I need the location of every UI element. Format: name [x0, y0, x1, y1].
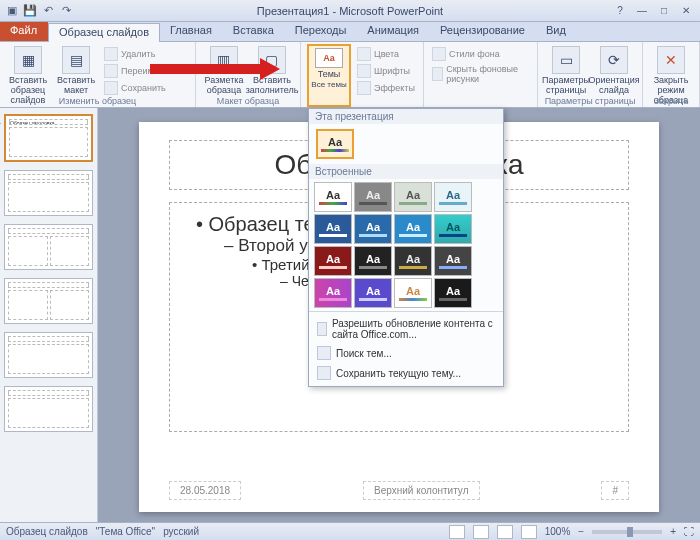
rename-button[interactable]: Переименовать	[102, 63, 189, 79]
status-language[interactable]: русский	[163, 526, 199, 537]
effects-icon	[357, 81, 371, 95]
ribbon: ▦Вставить образец слайдов ▤Вставить маке…	[0, 42, 700, 108]
theme-option[interactable]: Aa	[314, 246, 352, 276]
close-master-icon: ✕	[657, 46, 685, 74]
tab-animation[interactable]: Анимация	[357, 22, 430, 41]
zoom-in-button[interactable]: +	[670, 526, 676, 537]
group-label: Изменить образец	[59, 96, 136, 106]
save-current-theme-item[interactable]: Сохранить текущую тему...	[309, 363, 503, 383]
status-view-mode: Образец слайдов	[6, 526, 88, 537]
group-page-setup: ▭Параметры страницы ⟳Ориентация слайда П…	[538, 42, 643, 107]
tab-review[interactable]: Рецензирование	[430, 22, 536, 41]
save-icon	[317, 366, 331, 380]
sorter-view-button[interactable]	[473, 525, 489, 539]
insert-slide-master-button[interactable]: ▦Вставить образец слайдов	[6, 44, 50, 107]
theme-option[interactable]: Aa	[314, 182, 352, 212]
tab-view[interactable]: Вид	[536, 22, 577, 41]
layout-thumbnail[interactable]	[4, 386, 93, 432]
colors-button[interactable]: Цвета	[355, 46, 417, 62]
rename-icon	[104, 64, 118, 78]
delete-button[interactable]: Удалить	[102, 46, 189, 62]
checkbox-icon	[432, 67, 443, 81]
window-title: Презентация1 - Microsoft PowerPoint	[257, 5, 443, 17]
browse-themes-item[interactable]: Поиск тем...	[309, 343, 503, 363]
fit-to-window-button[interactable]: ⛶	[684, 526, 694, 537]
minimize-icon[interactable]: —	[632, 4, 652, 18]
status-theme: "Тема Office"	[96, 526, 155, 537]
delete-icon	[104, 47, 118, 61]
app-name: Microsoft PowerPoint	[339, 5, 443, 17]
theme-option[interactable]: Aa	[354, 182, 392, 212]
save-icon[interactable]: 💾	[22, 3, 38, 19]
theme-option[interactable]: Aa	[434, 246, 472, 276]
section-this-presentation: Эта презентация	[309, 109, 503, 124]
page-number-placeholder[interactable]: #	[601, 481, 629, 500]
tab-transitions[interactable]: Переходы	[285, 22, 358, 41]
hide-bg-checkbox[interactable]: Скрыть фоновые рисунки	[430, 63, 531, 85]
layout-thumbnail[interactable]	[4, 278, 93, 324]
undo-icon[interactable]: ↶	[40, 3, 56, 19]
effects-button[interactable]: Эффекты	[355, 80, 417, 96]
preserve-icon	[104, 81, 118, 95]
zoom-level[interactable]: 100%	[545, 526, 571, 537]
tab-insert[interactable]: Вставка	[223, 22, 285, 41]
redo-icon[interactable]: ↷	[58, 3, 74, 19]
placeholder-icon: ▢	[258, 46, 286, 74]
web-icon	[317, 322, 327, 336]
theme-option[interactable]: Aa	[314, 278, 352, 308]
footer-placeholder[interactable]: Верхний колонтитул	[363, 481, 480, 500]
reading-view-button[interactable]	[497, 525, 513, 539]
zoom-slider[interactable]	[592, 530, 662, 534]
theme-option[interactable]: Aa	[354, 246, 392, 276]
themes-menu: Разрешить обновление контента с сайта Of…	[309, 311, 503, 386]
zoom-out-button[interactable]: −	[578, 526, 584, 537]
theme-option[interactable]: Aa	[316, 129, 354, 159]
theme-option[interactable]: Aa	[314, 214, 352, 244]
quick-access-toolbar: ▣ 💾 ↶ ↷	[4, 3, 74, 19]
thumbnail-panel[interactable]: 1Образец заголовка	[0, 108, 98, 522]
theme-option[interactable]: Aa	[434, 182, 472, 212]
tab-home[interactable]: Главная	[160, 22, 223, 41]
group-master-layout: ▥Разметка образца ▢Вставить заполнитель …	[196, 42, 301, 107]
title-bar: ▣ 💾 ↶ ↷ Презентация1 - Microsoft PowerPo…	[0, 0, 700, 22]
tab-file[interactable]: Файл	[0, 22, 48, 41]
preserve-button[interactable]: Сохранить	[102, 80, 189, 96]
maximize-icon[interactable]: □	[654, 4, 674, 18]
layout-thumbnail[interactable]	[4, 224, 93, 270]
master-layout-icon: ▥	[210, 46, 238, 74]
theme-option[interactable]: Aa	[394, 214, 432, 244]
slideshow-view-button[interactable]	[521, 525, 537, 539]
themes-button[interactable]: AaТемыВсе темы	[307, 44, 351, 107]
slide-master-icon: ▦	[14, 46, 42, 74]
group-background: Стили фона Скрыть фоновые рисунки	[424, 42, 538, 107]
background-styles-button[interactable]: Стили фона	[430, 46, 531, 62]
enable-office-content-item[interactable]: Разрешить обновление контента с сайта Of…	[309, 315, 503, 343]
theme-option[interactable]: Aa	[354, 278, 392, 308]
layout-thumbnail[interactable]	[4, 170, 93, 216]
group-close: ✕Закрыть режим образца Закрыть	[643, 42, 700, 107]
themes-icon: Aa	[315, 48, 343, 68]
bg-styles-icon	[432, 47, 446, 61]
theme-option[interactable]: Aa	[354, 214, 392, 244]
ribbon-tabs: Файл Образец слайдов Главная Вставка Пер…	[0, 22, 700, 42]
theme-option[interactable]: Aa	[434, 278, 472, 308]
master-thumbnail[interactable]: 1Образец заголовка	[4, 114, 93, 162]
close-icon[interactable]: ✕	[676, 4, 696, 18]
theme-option[interactable]: Aa	[394, 246, 432, 276]
layout-icon: ▤	[62, 46, 90, 74]
normal-view-button[interactable]	[449, 525, 465, 539]
theme-option[interactable]: Aa	[434, 214, 472, 244]
date-placeholder[interactable]: 28.05.2018	[169, 481, 241, 500]
help-icon[interactable]: ?	[610, 4, 630, 18]
status-bar: Образец слайдов "Тема Office" русский 10…	[0, 522, 700, 540]
tab-slide-master[interactable]: Образец слайдов	[48, 23, 160, 42]
themes-grid: Aa Aa Aa Aa Aa Aa Aa Aa Aa Aa Aa Aa Aa A…	[309, 179, 503, 311]
fonts-button[interactable]: Шрифты	[355, 63, 417, 79]
layout-thumbnail[interactable]	[4, 332, 93, 378]
group-label: Закрыть	[654, 96, 689, 106]
orientation-icon: ⟳	[600, 46, 628, 74]
themes-gallery-panel: Эта презентация Aa Встроенные Aa Aa Aa A…	[308, 108, 504, 387]
theme-option[interactable]: Aa	[394, 182, 432, 212]
theme-option[interactable]: Aa	[394, 278, 432, 308]
powerpoint-icon[interactable]: ▣	[4, 3, 20, 19]
